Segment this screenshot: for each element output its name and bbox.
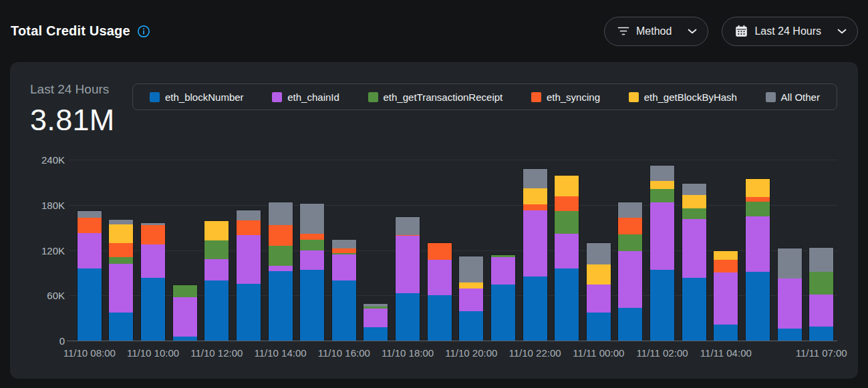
bar-segment-eth-gettransactionreceipt [269, 246, 293, 266]
bar-segment-eth-getblockbyhash [714, 251, 738, 260]
bar-column[interactable] [169, 160, 201, 341]
bar-segment-eth-chainid [204, 259, 229, 280]
bar-column[interactable] [805, 160, 837, 341]
bar-column[interactable] [360, 160, 392, 341]
bar-segment-eth-syncing [523, 204, 547, 210]
stacked-bar [490, 254, 516, 341]
legend-item[interactable]: eth_getTransactionReceipt [368, 91, 503, 103]
stacked-bar [777, 248, 803, 341]
bar-column[interactable] [551, 160, 583, 341]
bar-segment-eth-blocknumber [809, 327, 833, 341]
bar-segment-eth-blocknumber [237, 284, 261, 341]
legend-item[interactable]: eth_blockNumber [150, 91, 244, 103]
x-axis-label: 11/10 22:00 [509, 347, 561, 359]
bar-segment-eth-syncing [109, 243, 133, 256]
stacked-bar [172, 284, 198, 341]
stacked-bar [682, 183, 707, 341]
info-icon[interactable] [136, 24, 151, 39]
bar-column[interactable] [742, 160, 774, 341]
bar-segment-eth-syncing [300, 234, 324, 240]
bar-column[interactable] [392, 160, 424, 341]
bar-segment-eth-chainid [269, 266, 293, 271]
stacked-bar [140, 222, 166, 341]
stacked-bar [331, 239, 357, 341]
bar-segment-eth-gettransactionreceipt [173, 285, 197, 297]
bar-segment-eth-gettransactionreceipt [555, 211, 579, 234]
bar-segment-eth-blocknumber [714, 325, 738, 341]
bar-segment-eth-gettransactionreceipt [300, 240, 324, 250]
bar-segment-eth-chainid [459, 288, 483, 311]
bar-column[interactable] [774, 160, 806, 341]
bar-segment-eth-chainid [237, 235, 261, 284]
bar-segment-eth-blocknumber [682, 278, 706, 341]
bar-segment-all-other [682, 184, 706, 195]
bar-segment-eth-chainid [555, 234, 579, 268]
bar-segment-eth-syncing [141, 225, 165, 244]
method-filter-button[interactable]: Method [604, 17, 708, 46]
bar-segment-eth-blocknumber [459, 311, 483, 341]
bar-column[interactable] [74, 160, 106, 341]
bar-column[interactable] [296, 160, 328, 341]
bar-segment-eth-getblockbyhash [587, 264, 611, 285]
bar-column[interactable] [615, 160, 647, 341]
legend-item[interactable]: All Other [766, 91, 820, 103]
header-controls: Method [604, 17, 858, 46]
bar-segment-eth-chainid [682, 219, 706, 278]
legend-swatch [766, 92, 776, 102]
bar-column[interactable] [137, 160, 169, 341]
stacked-bar [554, 175, 579, 341]
legend-item[interactable]: eth_syncing [531, 91, 600, 103]
bar-segment-eth-gettransactionreceipt [618, 234, 642, 251]
stacked-bar [649, 165, 675, 341]
bar-column[interactable] [487, 160, 519, 341]
bar-segment-eth-blocknumber [778, 329, 802, 341]
x-axis-label: 11/11 04:00 [700, 347, 752, 359]
legend-swatch [150, 92, 160, 102]
bar-segment-eth-chainid [809, 295, 833, 326]
stacked-bar [236, 210, 261, 341]
bar-column[interactable] [583, 160, 615, 341]
method-filter-label: Method [636, 25, 672, 37]
bar-segment-eth-blocknumber [587, 313, 611, 341]
bar-segment-eth-chainid [173, 297, 197, 337]
stacked-bar [363, 303, 388, 341]
legend-item[interactable]: eth_getBlockByHash [629, 91, 737, 103]
x-axis: 11/10 08:0011/10 10:0011/10 12:0011/10 1… [74, 347, 837, 361]
bar-segment-all-other [523, 169, 547, 188]
bar-column[interactable] [678, 160, 710, 341]
bar-column[interactable] [646, 160, 678, 341]
bar-segment-all-other [237, 210, 261, 221]
bar-segment-eth-gettransactionreceipt [746, 202, 770, 216]
bar-segment-eth-blocknumber [491, 284, 515, 341]
bar-column[interactable] [456, 160, 488, 341]
bar-column[interactable] [328, 160, 360, 341]
bar-segment-eth-syncing [428, 243, 452, 260]
bar-segment-eth-getblockbyhash [204, 221, 229, 240]
bar-segment-eth-gettransactionreceipt [109, 257, 133, 264]
bar-segment-eth-getblockbyhash [650, 181, 674, 189]
bar-column[interactable] [233, 160, 265, 341]
bar-column[interactable] [710, 160, 742, 341]
bar-segment-all-other [778, 248, 802, 278]
time-range-button[interactable]: Last 24 Hours [722, 17, 858, 46]
bar-column[interactable] [106, 160, 138, 341]
page-header: Total Credit Usage Method [0, 0, 868, 62]
stacked-bar [268, 202, 293, 341]
bar-segment-eth-chainid [714, 272, 738, 325]
y-axis-label: 60K [47, 290, 74, 301]
x-axis-label: 11/11 00:00 [573, 347, 624, 359]
bar-segment-eth-gettransactionreceipt [204, 240, 229, 259]
bar-column[interactable] [519, 160, 551, 341]
bar-column[interactable] [424, 160, 456, 341]
legend-item-label: eth_getTransactionReceipt [384, 91, 503, 103]
bar-column[interactable] [201, 160, 233, 341]
calendar-icon [735, 25, 748, 37]
legend-swatch [629, 92, 639, 102]
bar-segment-eth-chainid [778, 278, 802, 329]
legend-item[interactable]: eth_chainId [272, 91, 339, 103]
bar-column[interactable] [265, 160, 297, 341]
legend-item-label: eth_getBlockByHash [644, 91, 737, 103]
bar-segment-all-other [300, 204, 324, 234]
stacked-bar [299, 203, 325, 341]
x-axis-label: 11/10 14:00 [254, 347, 306, 359]
